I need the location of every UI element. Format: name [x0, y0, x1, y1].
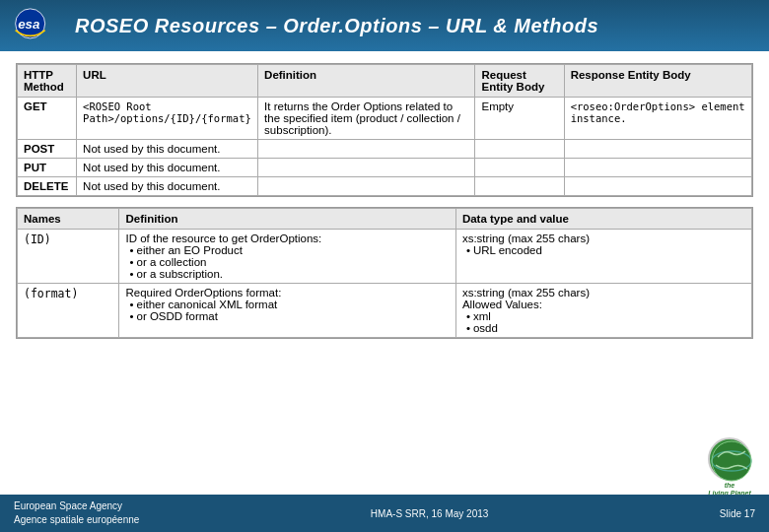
resp-get: <roseo:OrderOptions> element instance.: [564, 98, 751, 140]
lp-circle-icon: [708, 437, 751, 481]
agency-line1: European Space Agency: [14, 499, 139, 513]
table-row: POST Not used by this document.: [18, 140, 752, 159]
param-format-name: (format): [18, 284, 119, 338]
table-row: (ID) ID of the resource to get OrderOpti…: [18, 230, 752, 284]
param-id-bullet-1: either an EO Product: [129, 244, 449, 256]
url-put: Not used by this document.: [77, 159, 258, 177]
parameters-table: Names Definition Data type and value (ID…: [16, 207, 753, 339]
col-datatype: Data type and value: [455, 209, 751, 230]
param-id-type-main: xs:string (max 255 chars): [462, 233, 590, 244]
def-put: [258, 159, 475, 177]
url-post: Not used by this document.: [77, 140, 258, 159]
param-format-bullet-1: either canonical XML format: [129, 299, 449, 310]
req-delete: [475, 177, 564, 196]
living-planet-logo: the Living Planet: [700, 440, 759, 495]
param-format-def: Required OrderOptions format: either can…: [119, 284, 455, 338]
url-get: <ROSEO Root Path>/options/{ID}/{format}: [77, 98, 258, 140]
param-format-bullet-2: or OSDD format: [129, 310, 449, 322]
param-id-def: ID of the resource to get OrderOptions: …: [119, 230, 455, 284]
agency-line2: Agence spatiale européenne: [14, 513, 139, 527]
table-row: PUT Not used by this document.: [18, 159, 752, 177]
agency-info: European Space Agency Agence spatiale eu…: [14, 499, 139, 527]
req-get: Empty: [475, 98, 564, 140]
header: esa ROSEO Resources – Order.Options – UR…: [0, 0, 769, 51]
http-methods-table: HTTP Method URL Definition Request Entit…: [16, 63, 753, 197]
resp-post: [564, 140, 751, 159]
method-get: GET: [18, 98, 77, 140]
param-id-type: xs:string (max 255 chars) URL encoded: [455, 230, 751, 284]
param-format-def-main: Required OrderOptions format:: [125, 287, 281, 299]
col-url: URL: [77, 65, 258, 98]
col-response-entity: Response Entity Body: [564, 65, 751, 98]
main-content: HTTP Method URL Definition Request Entit…: [0, 51, 769, 353]
page-title: ROSEO Resources – Order.Options – URL & …: [75, 15, 598, 37]
col-definition: Definition: [258, 65, 475, 98]
param-format-type-bullet-1: xml: [466, 310, 745, 322]
method-put: PUT: [18, 159, 77, 177]
req-post: [475, 140, 564, 159]
param-id-name: (ID): [18, 230, 119, 284]
col-http-method: HTTP Method: [18, 65, 77, 98]
footer: European Space Agency Agence spatiale eu…: [0, 495, 769, 532]
def-delete: [258, 177, 475, 196]
slide-number: Slide 17: [720, 508, 755, 519]
param-id-type-bullet-1: URL encoded: [466, 244, 745, 256]
resp-put: [564, 159, 751, 177]
resp-delete: [564, 177, 751, 196]
param-format-type-pre: Allowed Values:: [462, 299, 542, 310]
svg-text:esa: esa: [18, 17, 40, 32]
req-put: [475, 159, 564, 177]
method-post: POST: [18, 140, 77, 159]
param-id-def-main: ID of the resource to get OrderOptions:: [125, 233, 321, 244]
param-format-type-main: xs:string (max 255 chars): [462, 287, 590, 299]
param-format-type-bullet-2: osdd: [466, 322, 745, 334]
def-get: It returns the Order Options related to …: [258, 98, 475, 140]
footer-date: HMA-S SRR, 16 May 2013: [139, 508, 720, 519]
table-row: DELETE Not used by this document.: [18, 177, 752, 196]
esa-logo: esa: [14, 6, 63, 45]
col-def2: Definition: [119, 209, 455, 230]
param-format-type: xs:string (max 255 chars) Allowed Values…: [455, 284, 751, 338]
col-names: Names: [18, 209, 119, 230]
table-row: (format) Required OrderOptions format: e…: [18, 284, 752, 338]
method-delete: DELETE: [18, 177, 77, 196]
def-post: [258, 140, 475, 159]
col-request-entity: Request Entity Body: [475, 65, 564, 98]
param-id-bullet-3: or a subscription.: [129, 268, 449, 280]
table-row: GET <ROSEO Root Path>/options/{ID}/{form…: [18, 98, 752, 140]
url-delete: Not used by this document.: [77, 177, 258, 196]
param-id-bullet-2: or a collection: [129, 256, 449, 268]
